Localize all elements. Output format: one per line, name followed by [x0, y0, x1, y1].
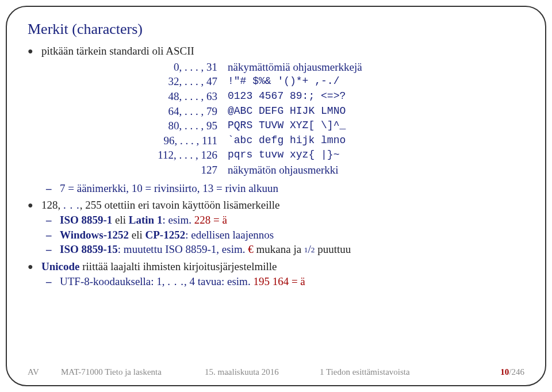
- slide-frame: Merkit (characters) ● pitkään tärkein st…: [6, 6, 546, 386]
- slide-footer: AV MAT-71000 Tieto ja laskenta 15. maali…: [28, 364, 524, 377]
- ascii-r2c1: 32, . . . , 47: [108, 74, 228, 89]
- ascii-r2c2: !"# $%& '()*+ ,-./: [228, 74, 339, 89]
- bullet-icon: ●: [28, 44, 36, 59]
- dash-icon: –: [46, 274, 54, 289]
- frac-num: 1: [304, 245, 308, 254]
- euro-symbol: €: [245, 243, 253, 255]
- unicode-label: Unicode: [41, 260, 80, 272]
- slide-title: Merkit (characters): [28, 21, 524, 38]
- footer-author: AV: [28, 367, 61, 377]
- iso8859-1-label: ISO 8859-1: [60, 214, 112, 226]
- bullet-icon: ●: [28, 259, 36, 274]
- t: eli: [112, 214, 129, 226]
- ascii-r4c2: @ABC DEFG HIJK LMNO: [228, 104, 346, 119]
- ascii-r5c1: 80, . . . , 95: [108, 118, 228, 133]
- ascii-r1c1: 0, . . . , 31: [108, 60, 228, 75]
- ascii-r4c1: 64, . . . , 79: [108, 104, 228, 119]
- t: mukana ja: [254, 243, 304, 255]
- example-228: 228 = ä: [191, 214, 227, 226]
- t: , 4 tavua: esim.: [184, 275, 251, 287]
- ascii-r7c1: 112, . . . , 126: [108, 148, 228, 163]
- page-current: 10: [500, 367, 509, 376]
- slide-content: ● pitkään tärkein standardi oli ASCII 0,…: [28, 44, 524, 364]
- dots-icon: . . .: [63, 199, 80, 211]
- iso8859-15-label: ISO 8859-15: [60, 243, 118, 255]
- bullet-3-text: Unicode riittää laajalti ihmisten kirjoi…: [41, 259, 277, 274]
- page-total: 246: [512, 367, 525, 376]
- footer-section: 1 Tiedon esittämistavoista: [320, 367, 500, 377]
- cp1252-label: CP-1252: [145, 229, 186, 241]
- sub-2c: – ISO 8859-15: muutettu ISO 8859-1, esim…: [46, 242, 524, 257]
- footer-course: MAT-71000 Tieto ja laskenta: [61, 367, 205, 377]
- ascii-r8c2: näkymätön ohjausmerkki: [228, 163, 339, 178]
- bullet-2: ● 128, . . ., 255 otettiin eri tavoin kä…: [28, 198, 524, 213]
- sub-2b-text: Windows-1252 eli CP-1252: edellisen laaj…: [60, 228, 524, 243]
- ascii-r3c2: 0123 4567 89:; <=>?: [228, 89, 346, 104]
- dash-icon: –: [46, 242, 54, 257]
- footer-page: 10/246: [500, 367, 524, 377]
- t: : edellisen laajennos: [185, 229, 274, 241]
- sub-3: – UTF-8-koodauksella: 1, . . ., 4 tavua:…: [46, 274, 524, 289]
- ascii-table: 0, . . . , 31näkymättömiä ohjausmerkkejä…: [108, 60, 524, 178]
- example-utf8: 195 164 = ä: [251, 275, 305, 287]
- ascii-r6c2: `abc defg hijk lmno: [228, 133, 346, 148]
- bullet-1-text: pitkään tärkein standardi oli ASCII: [41, 44, 194, 59]
- win1252-label: Windows-1252: [60, 229, 129, 241]
- t: eli: [129, 229, 145, 241]
- ascii-r1c2: näkymättömiä ohjausmerkkejä: [228, 60, 362, 75]
- sub-2c-text: ISO 8859-15: muutettu ISO 8859-1, esim. …: [60, 242, 524, 257]
- sub-2a: – ISO 8859-1 eli Latin 1: esim. 228 = ä: [46, 213, 524, 228]
- sub-2a-text: ISO 8859-1 eli Latin 1: esim. 228 = ä: [60, 213, 524, 228]
- sub-3-text: UTF-8-koodauksella: 1, . . ., 4 tavua: e…: [60, 274, 524, 289]
- t: riittää laajalti ihmisten kirjoitusjärje…: [80, 260, 277, 272]
- sub-1-text: 7 = äänimerkki, 10 = rivinsiirto, 13 = r…: [60, 181, 524, 196]
- footer-date: 15. maaliskuuta 2016: [205, 367, 320, 377]
- bullet-2-b: , 255 otettiin eri tavoin käyttöön lisäm…: [80, 199, 280, 211]
- bullet-1: ● pitkään tärkein standardi oli ASCII: [28, 44, 524, 59]
- ascii-r3c1: 48, . . . , 63: [108, 89, 228, 104]
- ascii-r5c2: PQRS TUVW XYZ[ \]^_: [228, 118, 346, 133]
- dots-icon: . . .: [167, 275, 184, 287]
- t: : esim.: [162, 214, 191, 226]
- latin1-label: Latin 1: [129, 214, 163, 226]
- t: UTF-8-koodauksella: 1,: [60, 275, 167, 287]
- ascii-r7c2: pqrs tuvw xyz{ |}~: [228, 148, 339, 163]
- dash-icon: –: [46, 228, 54, 243]
- t: puuttuu: [315, 243, 351, 255]
- bullet-3: ● Unicode riittää laajalti ihmisten kirj…: [28, 259, 524, 274]
- bullet-2-a: 128,: [41, 199, 63, 211]
- t: : muutettu ISO 8859-1, esim.: [118, 243, 246, 255]
- ascii-r8c1: 127: [108, 163, 228, 178]
- ascii-r6c1: 96, . . . , 111: [108, 133, 228, 148]
- sub-2b: – Windows-1252 eli CP-1252: edellisen la…: [46, 228, 524, 243]
- dash-icon: –: [46, 181, 54, 196]
- sub-1: – 7 = äänimerkki, 10 = rivinsiirto, 13 =…: [46, 181, 524, 196]
- bullet-2-text: 128, . . ., 255 otettiin eri tavoin käyt…: [41, 198, 279, 213]
- bullet-icon: ●: [28, 198, 36, 213]
- dash-icon: –: [46, 213, 54, 228]
